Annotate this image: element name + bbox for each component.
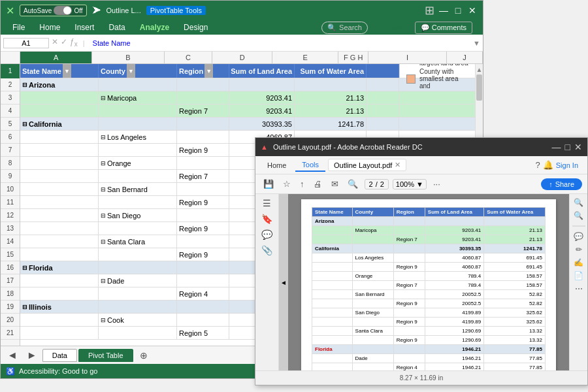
cell-il-C[interactable] [177, 301, 229, 313]
cell-lar9-region[interactable]: Region 9 [177, 144, 229, 156]
header-land-area[interactable]: Sum of Land Area [229, 64, 295, 78]
pdf-tab-close[interactable]: ✕ [395, 161, 400, 169]
col-header-FGH[interactable]: F G H [338, 52, 368, 63]
col-header-J[interactable]: J [447, 52, 483, 63]
cell-ca-C[interactable] [177, 118, 229, 130]
autosave-toggle[interactable] [54, 6, 72, 15]
fl-collapse-icon[interactable]: ⊟ [22, 261, 27, 274]
tab-design[interactable]: Design [177, 20, 214, 35]
cell-california-name[interactable]: ⊟California [20, 118, 99, 130]
cell-lar9-A[interactable] [20, 144, 99, 156]
tab-insert[interactable]: Insert [68, 20, 101, 35]
pdf-more-tools-icon[interactable]: ··· [431, 178, 443, 190]
cell-fl-B[interactable] [99, 261, 177, 274]
dade-collapse-icon[interactable]: ⊟ [101, 274, 106, 287]
cell-orr7-region[interactable]: Region 7 [177, 170, 229, 182]
sheet-tab-pivot[interactable]: Pivot Table [78, 349, 133, 362]
cell-sc-name[interactable]: ⊟Santa Clara [99, 235, 177, 248]
cell-flr4-B[interactable] [99, 287, 177, 300]
cell-sdr9-A[interactable] [20, 222, 99, 235]
pdf-zoom-out-icon[interactable]: 🔍 [345, 178, 361, 190]
pdf-comment-right-icon[interactable]: 💬 [574, 232, 583, 241]
cell-ca-B[interactable] [99, 118, 177, 130]
col-header-A[interactable]: A [20, 52, 92, 63]
cell-arizona-B[interactable] [99, 78, 177, 91]
cell-maricopa-D[interactable]: 9203.41 [229, 91, 295, 104]
cell-sc-C[interactable] [177, 235, 229, 248]
county-filter-icon[interactable]: ▼ [127, 64, 135, 78]
formula-input[interactable]: State Name [90, 39, 471, 47]
tab-data[interactable]: Data [102, 20, 131, 35]
tab-home[interactable]: Home [33, 20, 67, 35]
cell-fl-C[interactable] [177, 261, 229, 274]
scroll-up-button[interactable]: ▲ [476, 64, 483, 74]
col-header-B[interactable]: B [92, 52, 164, 63]
cell-sc-A[interactable] [20, 235, 99, 248]
window-icon[interactable]: ⊞ [425, 3, 434, 18]
formula-dropdown-icon[interactable]: ▼ [473, 39, 480, 47]
cell-or-name[interactable]: ⊟Orange [99, 157, 177, 169]
cell-azr7-A[interactable] [20, 105, 99, 117]
pdf-zoom-out-right-icon[interactable]: 🔍 [574, 211, 583, 220]
pdf-restore-button[interactable]: □ [565, 142, 570, 152]
pdf-scroll-left-handle[interactable]: ◄ [279, 194, 288, 370]
cell-fl-name[interactable]: ⊟Florida [20, 261, 99, 274]
scroll-sheets-right[interactable]: ► [23, 350, 41, 361]
insert-function-icon[interactable]: ƒx [70, 37, 78, 48]
collapse-icon[interactable]: ⊟ [22, 78, 27, 91]
header-county[interactable]: County ▼ [99, 64, 177, 78]
col-header-I[interactable]: I [368, 52, 447, 63]
pdf-doc-tab[interactable]: Outline Layout.pdf ✕ [328, 159, 406, 171]
close-button[interactable]: ✕ [467, 5, 478, 16]
header-state-name[interactable]: State Name ▼ [20, 64, 99, 78]
or-collapse-icon[interactable]: ⊟ [101, 157, 106, 169]
tab-file[interactable]: File [6, 20, 31, 35]
cell-ilr5-A[interactable] [20, 327, 99, 339]
filter-icon[interactable]: ▼ [63, 64, 71, 78]
cell-sb-C[interactable] [177, 183, 229, 195]
cell-ilr5-B[interactable] [99, 327, 177, 339]
cell-sbr9-region[interactable]: Region 9 [177, 196, 229, 208]
share-button[interactable]: ↑ Share [373, 22, 410, 33]
pdf-close-button[interactable]: ✕ [574, 142, 582, 152]
pdf-comment-nav-icon[interactable]: 💬 [261, 229, 272, 240]
il-collapse-icon[interactable]: ⊟ [22, 301, 27, 313]
la-collapse-icon[interactable]: ⊟ [101, 131, 106, 143]
cell-scr9-region[interactable]: Region 9 [177, 248, 229, 261]
cell-sd-name[interactable]: ⊟San Diego [99, 209, 177, 221]
cell-scr9-B[interactable] [99, 248, 177, 261]
col-header-D[interactable]: D [212, 52, 272, 63]
cell-dade-A[interactable] [20, 274, 99, 287]
col-header-C[interactable]: C [165, 52, 213, 63]
cell-sdr9-B[interactable] [99, 222, 177, 235]
cell-orr7-B[interactable] [99, 170, 177, 182]
cell-sdr9-region[interactable]: Region 9 [177, 222, 229, 235]
cell-orr7-A[interactable] [20, 170, 99, 182]
confirm-icon[interactable]: ✓ [61, 37, 67, 48]
comments-button[interactable]: 💬 Comments [415, 22, 472, 34]
pdf-tab-tools[interactable]: Tools [295, 159, 325, 172]
cell-maricopa-C[interactable] [177, 91, 229, 104]
ca-collapse-icon[interactable]: ⊟ [22, 118, 27, 130]
cell-cook-A[interactable] [20, 314, 99, 326]
restore-button[interactable]: □ [453, 5, 463, 16]
pdf-minimize-button[interactable]: — [552, 142, 561, 152]
header-water-area[interactable]: Sum of Water Area [295, 64, 367, 78]
cell-ilr5-region[interactable]: Region 5 [177, 327, 229, 339]
cell-sd-A[interactable] [20, 209, 99, 221]
add-sheet-button[interactable]: ⊕ [135, 348, 153, 363]
pdf-export-pdf-icon[interactable]: 📄 [574, 271, 583, 280]
pdf-bookmark-nav-icon[interactable]: 🔖 [261, 214, 272, 224]
cell-la-A[interactable] [20, 131, 99, 143]
pdf-nav-icon[interactable]: ☰ [263, 198, 271, 208]
minimize-button[interactable]: — [438, 5, 449, 16]
pdf-print-icon[interactable]: 🖨 [311, 178, 325, 190]
cell-la-name[interactable]: ⊟Los Angeles [99, 131, 177, 143]
cell-ca-D[interactable]: 30393.35 [229, 118, 295, 130]
scroll-sheets-left[interactable]: ◄ [3, 350, 22, 361]
cell-azr7-D[interactable]: 9203.41 [229, 105, 295, 117]
cell-sbr9-A[interactable] [20, 196, 99, 208]
scroll-thumb[interactable] [476, 74, 482, 101]
cell-arizona-D[interactable] [229, 78, 295, 91]
cell-sb-name[interactable]: ⊟San Bernard [99, 183, 177, 195]
